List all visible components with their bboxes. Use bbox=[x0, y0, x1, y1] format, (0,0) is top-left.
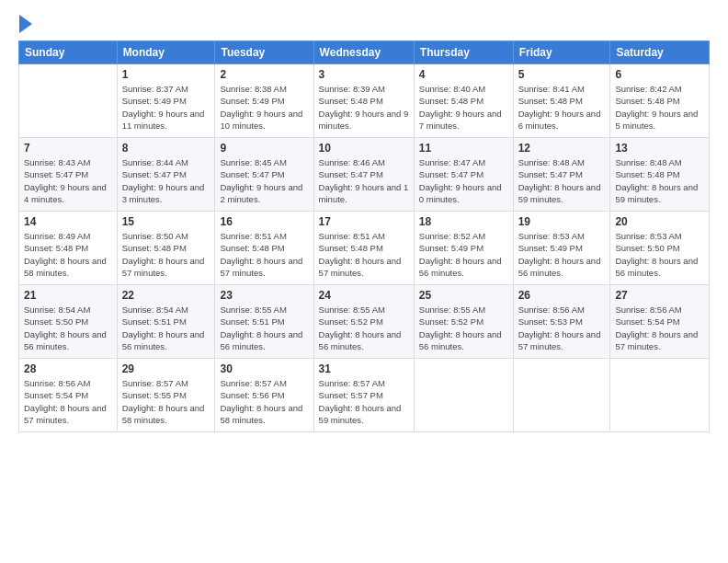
day-info: Sunrise: 8:47 AMSunset: 5:47 PMDaylight:… bbox=[419, 156, 508, 205]
day-info: Sunrise: 8:55 AMSunset: 5:52 PMDaylight:… bbox=[319, 304, 409, 352]
day-info: Sunrise: 8:46 AMSunset: 5:47 PMDaylight:… bbox=[319, 156, 409, 205]
calendar-cell: 28Sunrise: 8:56 AMSunset: 5:54 PMDayligh… bbox=[19, 359, 118, 432]
day-number: 7 bbox=[24, 142, 112, 155]
day-info: Sunrise: 8:57 AMSunset: 5:56 PMDaylight:… bbox=[220, 377, 308, 426]
day-number: 13 bbox=[615, 142, 704, 155]
calendar-cell: 30Sunrise: 8:57 AMSunset: 5:56 PMDayligh… bbox=[215, 359, 313, 432]
day-info: Sunrise: 8:43 AMSunset: 5:47 PMDaylight:… bbox=[24, 156, 112, 205]
day-info: Sunrise: 8:37 AMSunset: 5:49 PMDaylight:… bbox=[122, 83, 210, 132]
day-info: Sunrise: 8:54 AMSunset: 5:51 PMDaylight:… bbox=[122, 304, 210, 352]
day-info: Sunrise: 8:48 AMSunset: 5:47 PMDaylight:… bbox=[518, 156, 606, 205]
day-number: 16 bbox=[220, 215, 308, 228]
day-info: Sunrise: 8:51 AMSunset: 5:48 PMDaylight:… bbox=[220, 230, 308, 279]
calendar-cell: 29Sunrise: 8:57 AMSunset: 5:55 PMDayligh… bbox=[117, 359, 215, 432]
day-number: 20 bbox=[615, 215, 704, 228]
calendar-cell: 1Sunrise: 8:37 AMSunset: 5:49 PMDaylight… bbox=[117, 64, 215, 138]
day-number: 30 bbox=[220, 362, 308, 375]
day-number: 26 bbox=[518, 289, 606, 302]
day-number: 27 bbox=[615, 289, 704, 302]
calendar-header-thursday: Thursday bbox=[414, 41, 513, 64]
calendar-cell: 24Sunrise: 8:55 AMSunset: 5:52 PMDayligh… bbox=[313, 285, 414, 359]
day-number: 10 bbox=[319, 142, 409, 155]
calendar-cell: 2Sunrise: 8:38 AMSunset: 5:49 PMDaylight… bbox=[215, 64, 313, 138]
calendar-header-row: SundayMondayTuesdayWednesdayThursdayFrid… bbox=[19, 41, 710, 64]
day-info: Sunrise: 8:38 AMSunset: 5:49 PMDaylight:… bbox=[220, 83, 308, 132]
header bbox=[18, 15, 710, 31]
day-number: 12 bbox=[518, 142, 606, 155]
day-number: 5 bbox=[518, 68, 606, 81]
calendar-cell: 31Sunrise: 8:57 AMSunset: 5:57 PMDayligh… bbox=[313, 359, 414, 432]
logo bbox=[18, 15, 33, 31]
calendar-cell: 21Sunrise: 8:54 AMSunset: 5:50 PMDayligh… bbox=[19, 285, 118, 359]
calendar-week-5: 28Sunrise: 8:56 AMSunset: 5:54 PMDayligh… bbox=[19, 359, 710, 432]
calendar-cell bbox=[513, 359, 610, 432]
calendar-cell: 9Sunrise: 8:45 AMSunset: 5:47 PMDaylight… bbox=[215, 138, 313, 212]
day-number: 23 bbox=[220, 289, 308, 302]
day-number: 9 bbox=[220, 142, 308, 155]
day-info: Sunrise: 8:54 AMSunset: 5:50 PMDaylight:… bbox=[24, 304, 112, 352]
day-info: Sunrise: 8:40 AMSunset: 5:48 PMDaylight:… bbox=[419, 83, 508, 132]
day-number: 8 bbox=[122, 142, 210, 155]
calendar-cell: 17Sunrise: 8:51 AMSunset: 5:48 PMDayligh… bbox=[313, 212, 414, 285]
calendar-cell: 7Sunrise: 8:43 AMSunset: 5:47 PMDaylight… bbox=[19, 138, 118, 212]
calendar-cell: 6Sunrise: 8:42 AMSunset: 5:48 PMDaylight… bbox=[610, 64, 710, 138]
day-number: 21 bbox=[24, 289, 112, 302]
day-info: Sunrise: 8:55 AMSunset: 5:51 PMDaylight:… bbox=[220, 304, 308, 352]
day-info: Sunrise: 8:56 AMSunset: 5:54 PMDaylight:… bbox=[615, 304, 704, 352]
calendar-cell: 13Sunrise: 8:48 AMSunset: 5:48 PMDayligh… bbox=[610, 138, 710, 212]
calendar-header-saturday: Saturday bbox=[610, 41, 710, 64]
calendar-header-wednesday: Wednesday bbox=[313, 41, 414, 64]
day-number: 2 bbox=[220, 68, 308, 81]
day-info: Sunrise: 8:42 AMSunset: 5:48 PMDaylight:… bbox=[615, 83, 704, 132]
calendar-header-tuesday: Tuesday bbox=[215, 41, 313, 64]
calendar-cell: 4Sunrise: 8:40 AMSunset: 5:48 PMDaylight… bbox=[414, 64, 513, 138]
logo-arrow-icon bbox=[19, 15, 32, 33]
day-info: Sunrise: 8:56 AMSunset: 5:54 PMDaylight:… bbox=[24, 377, 112, 426]
day-number: 11 bbox=[419, 142, 508, 155]
day-number: 22 bbox=[122, 289, 210, 302]
day-info: Sunrise: 8:56 AMSunset: 5:53 PMDaylight:… bbox=[518, 304, 606, 352]
day-info: Sunrise: 8:44 AMSunset: 5:47 PMDaylight:… bbox=[122, 156, 210, 205]
calendar-cell: 5Sunrise: 8:41 AMSunset: 5:48 PMDaylight… bbox=[513, 64, 610, 138]
calendar-cell: 12Sunrise: 8:48 AMSunset: 5:47 PMDayligh… bbox=[513, 138, 610, 212]
day-number: 25 bbox=[419, 289, 508, 302]
calendar-cell: 14Sunrise: 8:49 AMSunset: 5:48 PMDayligh… bbox=[19, 212, 118, 285]
calendar-week-2: 7Sunrise: 8:43 AMSunset: 5:47 PMDaylight… bbox=[19, 138, 710, 212]
calendar-week-1: 1Sunrise: 8:37 AMSunset: 5:49 PMDaylight… bbox=[19, 64, 710, 138]
day-number: 18 bbox=[419, 215, 508, 228]
calendar-week-4: 21Sunrise: 8:54 AMSunset: 5:50 PMDayligh… bbox=[19, 285, 710, 359]
calendar-cell: 16Sunrise: 8:51 AMSunset: 5:48 PMDayligh… bbox=[215, 212, 313, 285]
day-info: Sunrise: 8:57 AMSunset: 5:55 PMDaylight:… bbox=[122, 377, 210, 426]
calendar-table: SundayMondayTuesdayWednesdayThursdayFrid… bbox=[18, 40, 710, 432]
day-number: 6 bbox=[615, 68, 704, 81]
day-number: 14 bbox=[24, 215, 112, 228]
calendar-cell: 19Sunrise: 8:53 AMSunset: 5:49 PMDayligh… bbox=[513, 212, 610, 285]
day-number: 19 bbox=[518, 215, 606, 228]
day-number: 15 bbox=[122, 215, 210, 228]
day-info: Sunrise: 8:45 AMSunset: 5:47 PMDaylight:… bbox=[220, 156, 308, 205]
calendar-cell bbox=[610, 359, 710, 432]
calendar-header-sunday: Sunday bbox=[19, 41, 118, 64]
day-info: Sunrise: 8:55 AMSunset: 5:52 PMDaylight:… bbox=[419, 304, 508, 352]
calendar-cell: 27Sunrise: 8:56 AMSunset: 5:54 PMDayligh… bbox=[610, 285, 710, 359]
calendar-cell: 15Sunrise: 8:50 AMSunset: 5:48 PMDayligh… bbox=[117, 212, 215, 285]
calendar-week-3: 14Sunrise: 8:49 AMSunset: 5:48 PMDayligh… bbox=[19, 212, 710, 285]
day-number: 1 bbox=[122, 68, 210, 81]
calendar-cell: 23Sunrise: 8:55 AMSunset: 5:51 PMDayligh… bbox=[215, 285, 313, 359]
day-info: Sunrise: 8:57 AMSunset: 5:57 PMDaylight:… bbox=[319, 377, 409, 426]
day-info: Sunrise: 8:49 AMSunset: 5:48 PMDaylight:… bbox=[24, 230, 112, 279]
calendar-cell: 10Sunrise: 8:46 AMSunset: 5:47 PMDayligh… bbox=[313, 138, 414, 212]
page: SundayMondayTuesdayWednesdayThursdayFrid… bbox=[0, 0, 728, 563]
calendar-cell bbox=[19, 64, 118, 138]
day-info: Sunrise: 8:50 AMSunset: 5:48 PMDaylight:… bbox=[122, 230, 210, 279]
day-number: 24 bbox=[319, 289, 409, 302]
calendar-cell: 25Sunrise: 8:55 AMSunset: 5:52 PMDayligh… bbox=[414, 285, 513, 359]
day-info: Sunrise: 8:39 AMSunset: 5:48 PMDaylight:… bbox=[319, 83, 409, 132]
calendar-cell: 3Sunrise: 8:39 AMSunset: 5:48 PMDaylight… bbox=[313, 64, 414, 138]
calendar-cell: 11Sunrise: 8:47 AMSunset: 5:47 PMDayligh… bbox=[414, 138, 513, 212]
day-info: Sunrise: 8:48 AMSunset: 5:48 PMDaylight:… bbox=[615, 156, 704, 205]
calendar-cell: 26Sunrise: 8:56 AMSunset: 5:53 PMDayligh… bbox=[513, 285, 610, 359]
day-number: 4 bbox=[419, 68, 508, 81]
calendar-cell: 22Sunrise: 8:54 AMSunset: 5:51 PMDayligh… bbox=[117, 285, 215, 359]
calendar-cell: 18Sunrise: 8:52 AMSunset: 5:49 PMDayligh… bbox=[414, 212, 513, 285]
